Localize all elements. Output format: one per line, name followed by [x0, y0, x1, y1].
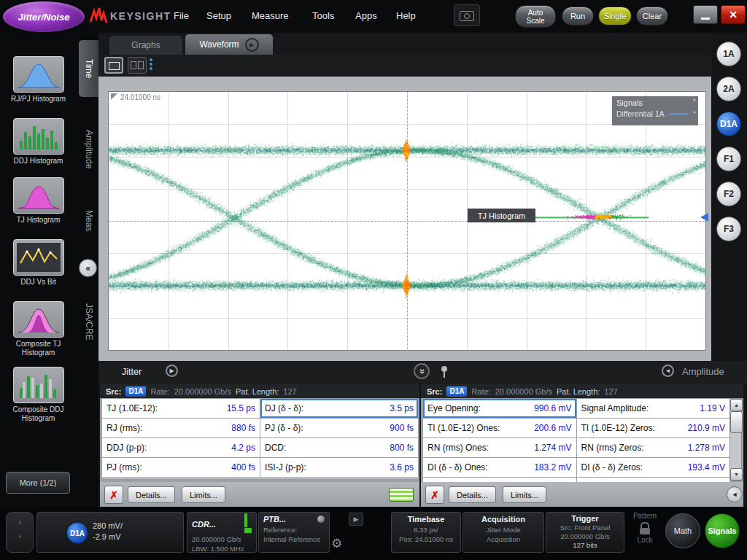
scroll-thumb[interactable] [730, 411, 743, 433]
tab-waveform[interactable]: Waveform ▶ [185, 34, 273, 55]
amplitude-delete-button[interactable]: ✗ [425, 486, 444, 504]
channel-button-f1[interactable]: F1 [716, 147, 741, 171]
single-graticule-icon [109, 62, 120, 70]
menu-tools[interactable]: Tools [312, 10, 334, 21]
rate-label: Rate: [471, 387, 490, 396]
scroll-up-button[interactable]: ▲ [730, 399, 743, 411]
channel-button-1a[interactable]: 1A [716, 42, 741, 66]
statusbar-left-control[interactable]: ▲▼ [6, 512, 34, 553]
trigger-status-box[interactable]: Trigger Src: Front Panel 20.000000 Gb/s … [546, 512, 624, 553]
measurement-cell-ddj[interactable]: DDJ (p-p):4.2 ps [102, 438, 260, 458]
acquisition-status-box[interactable]: Acquisition Jitter Mode Acquisition [462, 512, 544, 553]
measurement-cell-tj[interactable]: TJ (1.0E-12):15.5 ps [102, 399, 260, 419]
more-graphs-button[interactable]: More (1/2) [6, 472, 70, 494]
screenshot-button[interactable] [454, 4, 480, 26]
channel-button-2a[interactable]: 2A [716, 77, 741, 101]
sidebar-item-ddj-histogram[interactable]: DDJ Histogram [0, 118, 77, 166]
tab-graphs[interactable]: Graphs [109, 36, 182, 55]
measurement-cell-eye-opening[interactable]: Eye Opening:990.6 mV [423, 399, 577, 419]
channel-button-f2[interactable]: F2 [716, 182, 741, 206]
timebase-title: Timebase [396, 515, 456, 524]
channel-source-badge[interactable]: D1A [66, 522, 88, 544]
table-row: TJ (1.0E-12):15.5 ps DJ (δ - δ):3.5 ps [102, 399, 419, 419]
timebase-status-box[interactable]: Timebase 8.33 ps/ Pos: 24.01000 ns [391, 512, 461, 553]
settings-gear-button[interactable]: ⚙ [331, 536, 347, 552]
menu-apps[interactable]: Apps [355, 10, 377, 21]
jitter-details-button[interactable]: Details... [128, 486, 175, 503]
measurement-cell-ti-ones[interactable]: TI (1.0E-12) Ones:200.6 mV [423, 419, 577, 438]
measurement-cell-dj[interactable]: DJ (δ - δ):3.5 ps [260, 399, 419, 419]
waveform-tab-arrow-icon[interactable]: ▶ [245, 38, 259, 52]
more-options-dots-icon[interactable] [147, 58, 155, 74]
application-window: Jitter/Noise KEYSIGHT File Setup Measure… [0, 0, 747, 560]
app-mode-badge[interactable]: Jitter/Noise [3, 1, 85, 32]
measurement-cell-pj-dd[interactable]: PJ (δ - δ):900 fs [260, 419, 419, 438]
sidebar-item-rjpj-histogram[interactable]: RJ/PJ Histogram [0, 56, 77, 104]
signals-legend[interactable]: ▲ ▲ Signals Differential 1A [612, 96, 698, 125]
signals-button[interactable]: Signals [705, 513, 740, 548]
tab-amplitude[interactable]: Amplitude [79, 108, 98, 191]
menu-setup[interactable]: Setup [206, 10, 231, 21]
measurement-cell-dcd[interactable]: DCD:800 fs [260, 438, 419, 458]
eye-diagram-canvas[interactable] [109, 92, 705, 350]
run-button[interactable]: Run [562, 7, 594, 26]
sidebar-item-ddj-vs-bit[interactable]: DDJ Vs Bit [0, 239, 77, 287]
amplitude-panel-title[interactable]: Amplitude [682, 366, 724, 377]
channel-button-f3[interactable]: F3 [716, 217, 741, 241]
measurement-cell-ti-zeros[interactable]: TI (1.0E-12) Zeros:210.9 mV [577, 419, 731, 438]
collapse-sidebar-button[interactable]: « [79, 259, 97, 277]
ddj-vs-bit-icon [17, 243, 61, 272]
measurement-cell-pj[interactable]: PJ (rms):400 fs [102, 458, 260, 478]
sidebar-item-tj-histogram[interactable]: TJ Histogram [0, 177, 77, 225]
amplitude-source-row: Src: D1A Rate: 20.000000 Gb/s Pat. Lengt… [421, 384, 743, 398]
legend-scroll-down-icon[interactable]: ▲ [692, 109, 697, 114]
category-tab-strip: Time Amplitude Meas « JSA/CRE [77, 33, 98, 507]
measurement-cell-rj[interactable]: RJ (rms):880 fs [102, 419, 260, 438]
tab-jsa-cre[interactable]: JSA/CRE [79, 288, 98, 355]
tab-meas[interactable]: Meas [79, 196, 98, 246]
single-graticule-button[interactable] [104, 57, 123, 74]
amplitude-limits-button[interactable]: Limits... [503, 486, 546, 503]
measurement-cell-isij[interactable]: ISI-J (p-p):3.6 ps [260, 458, 419, 478]
sidebar-item-composite-tj-histogram[interactable]: Composite TJ Histogram [0, 301, 77, 357]
channel-button-d1a[interactable]: D1A [716, 112, 741, 136]
measurement-cell-rn-zeros[interactable]: RN (rms) Zeros:1.278 mV [577, 438, 731, 458]
close-button[interactable]: ✕ [721, 5, 746, 24]
amplitude-details-button[interactable]: Details... [449, 486, 496, 503]
scroll-down-button[interactable]: ▼ [730, 468, 743, 481]
menu-file[interactable]: File [174, 10, 189, 21]
channel-status-box[interactable]: D1A 280 mV/ -2.9 mV [36, 512, 184, 553]
jitter-panel-title[interactable]: Jitter [122, 367, 142, 377]
menu-help[interactable]: Help [396, 10, 416, 21]
sidebar-item-composite-ddj-histogram[interactable]: Composite DDJ Histogram [0, 367, 77, 423]
jitter-limits-button[interactable]: Limits... [182, 486, 225, 503]
math-label: Math [674, 526, 692, 535]
table-row: DI (δ - δ) Ones:183.2 mV DI (δ - δ) Zero… [423, 458, 730, 478]
menu-measure[interactable]: Measure [252, 10, 289, 21]
jitter-delete-button[interactable]: ✗ [104, 486, 123, 504]
split-graticule-button[interactable] [128, 57, 147, 74]
panel-minimize-chevrons-icon[interactable]: « [414, 363, 430, 379]
ptb-status-box[interactable]: PTB... Reference: Internal Reference [258, 512, 330, 553]
math-button[interactable]: Math [665, 513, 700, 548]
tab-time[interactable]: Time [79, 40, 98, 97]
play-button[interactable]: ▶ [349, 513, 363, 526]
collapse-panels-button[interactable]: ◄ [727, 486, 743, 502]
trigger-source-value: Src: Front Panel [551, 524, 619, 532]
legend-scroll-up-icon[interactable]: ▲ [692, 97, 697, 101]
jitter-panel-arrow-icon[interactable]: ▶ [166, 365, 178, 377]
tj-histogram-annotation[interactable]: TJ Histogram [468, 209, 535, 222]
single-button[interactable]: Single [598, 7, 632, 26]
clear-button[interactable]: Clear [636, 7, 668, 26]
measurement-cell-di-ones[interactable]: DI (δ - δ) Ones:183.2 mV [423, 458, 577, 478]
signal-level-marker-icon[interactable] [700, 213, 708, 222]
panel-pin-icon[interactable] [440, 365, 449, 378]
cdr-status-box[interactable]: CDR... 20.000000 Gb/s LBW: 1.500 MHz [187, 512, 257, 553]
amplitude-panel-arrow-icon[interactable]: ◄ [662, 365, 674, 377]
amplitude-table-scrollbar[interactable]: ▲ ▼ [729, 398, 742, 481]
auto-scale-button[interactable]: Auto Scale [515, 5, 556, 28]
minimize-button[interactable] [693, 5, 718, 24]
measurement-cell-rn-ones[interactable]: RN (rms) Ones:1.274 mV [423, 438, 577, 458]
measurement-cell-signal-amplitude[interactable]: Signal Amplitude:1.19 V [577, 399, 731, 419]
measurement-cell-di-zeros[interactable]: DI (δ - δ) Zeros:193.4 mV [577, 458, 731, 478]
